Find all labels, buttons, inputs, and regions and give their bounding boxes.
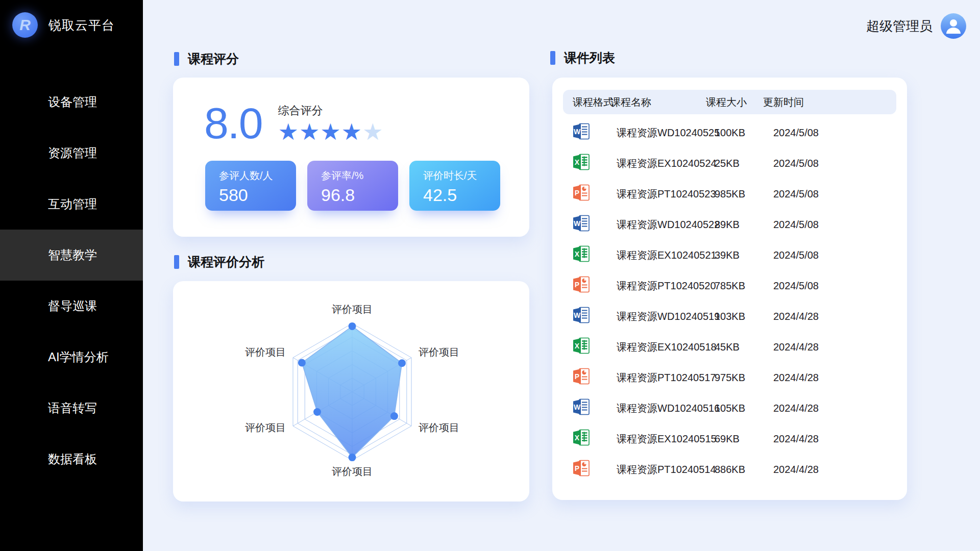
sidebar-item-6[interactable]: AI学情分析 — [0, 332, 143, 383]
sidebar-item-8[interactable]: 数据看板 — [0, 434, 143, 485]
radar-data-point — [298, 359, 306, 367]
update-date-cell: 2024/5/08 — [773, 127, 819, 139]
course-size-cell: 103KB — [715, 311, 745, 322]
course-score-card: 8.0 综合评分 ★★★★★ 参评人数/人580参评率/%96.8评价时长/天4… — [173, 78, 529, 237]
svg-text:X: X — [575, 342, 580, 350]
score-meta: 综合评分 ★★★★★ — [278, 101, 384, 145]
update-date-cell: 2024/5/08 — [773, 219, 819, 231]
table-row[interactable]: P课程资源PT10240514886KB2024/4/28 — [552, 454, 907, 485]
sidebar-item-2[interactable]: 资源管理 — [0, 128, 143, 179]
table-row[interactable]: W课程资源WD10240525100KB2024/5/08 — [552, 117, 907, 148]
stat-value: 580 — [219, 185, 296, 205]
table-row[interactable]: X课程资源EX1024051569KB2024/4/28 — [552, 423, 907, 454]
table-row[interactable]: X课程资源EX1024052425KB2024/5/08 — [552, 148, 907, 179]
radar-chart: 评价项目评价项目评价项目评价项目评价项目评价项目 — [173, 281, 529, 502]
sidebar-item-4[interactable]: 智慧教学 — [0, 230, 143, 281]
table-row[interactable]: P课程资源PT10240523985KB2024/5/08 — [552, 179, 907, 209]
word-file-icon: W — [572, 122, 591, 141]
courseware-list-card: 课程格式 课程名称 课程大小 更新时间 W课程资源WD10240525100KB… — [552, 78, 907, 500]
ppt-file-icon: P — [572, 275, 591, 294]
stat-label: 评价时长/天 — [423, 169, 500, 183]
table-body: W课程资源WD10240525100KB2024/5/08X课程资源EX1024… — [552, 117, 907, 485]
update-date-cell: 2024/4/28 — [773, 403, 819, 414]
svg-text:X: X — [575, 434, 580, 442]
radar-axis-label: 评价项目 — [419, 346, 459, 358]
update-date-cell: 2024/4/28 — [773, 341, 819, 353]
course-size-cell: 105KB — [715, 403, 745, 414]
sidebar-item-5[interactable]: 督导巡课 — [0, 281, 143, 332]
star-icon: ★ — [299, 119, 320, 145]
star-rating: ★★★★★ — [278, 120, 384, 143]
svg-text:X: X — [575, 158, 580, 166]
course-size-cell: 975KB — [715, 372, 745, 384]
stat-box-2: 参评率/%96.8 — [307, 161, 398, 211]
current-user-label: 超级管理员 — [866, 17, 933, 35]
course-name-cell: 课程资源WD10240525 — [617, 126, 720, 140]
word-file-icon: W — [572, 214, 591, 233]
table-row[interactable]: W课程资源WD10240516105KB2024/4/28 — [552, 393, 907, 423]
section-header-analysis: 课程评价分析 — [174, 254, 264, 270]
svg-text:P: P — [575, 372, 579, 381]
file-format-cell: P — [572, 459, 591, 481]
course-name-cell: 课程资源PT10240523 — [617, 187, 716, 201]
score-row: 8.0 综合评分 ★★★★★ — [204, 101, 383, 145]
radar-data-point — [398, 359, 406, 367]
sidebar-item-1[interactable]: 设备管理 — [0, 77, 143, 128]
radar-data-point — [349, 454, 356, 461]
course-name-cell: 课程资源PT10240520 — [617, 279, 716, 293]
radar-data-point — [349, 322, 356, 330]
star-icon: ★ — [278, 119, 299, 145]
radar-data-point — [390, 412, 398, 420]
star-icon: ★ — [320, 119, 341, 145]
file-format-cell: W — [572, 397, 591, 419]
section-header-score: 课程评分 — [174, 51, 239, 67]
svg-text:P: P — [575, 189, 579, 197]
table-row[interactable]: W课程资源WD1024052289KB2024/5/08 — [552, 209, 907, 240]
stat-value: 42.5 — [423, 185, 500, 205]
column-header-name: 课程名称 — [610, 95, 651, 109]
stat-label: 参评人数/人 — [219, 169, 296, 183]
course-name-cell: 课程资源EX10240518 — [617, 340, 717, 354]
update-date-cell: 2024/5/08 — [773, 158, 819, 169]
course-size-cell: 39KB — [715, 249, 740, 261]
course-size-cell: 785KB — [715, 280, 745, 292]
column-header-date: 更新时间 — [763, 95, 804, 109]
course-size-cell: 985KB — [715, 188, 745, 200]
ppt-file-icon: P — [572, 459, 591, 478]
course-name-cell: 课程资源EX10240515 — [617, 432, 717, 446]
sidebar-item-7[interactable]: 语音转写 — [0, 383, 143, 434]
table-row[interactable]: P课程资源PT10240520785KB2024/5/08 — [552, 270, 907, 301]
course-name-cell: 课程资源EX10240524 — [617, 157, 717, 170]
course-size-cell: 89KB — [715, 219, 740, 231]
svg-text:P: P — [575, 281, 579, 289]
user-avatar-icon[interactable] — [941, 13, 966, 39]
word-file-icon: W — [572, 306, 591, 325]
svg-text:P: P — [575, 464, 579, 472]
update-date-cell: 2024/4/28 — [773, 311, 819, 322]
update-date-cell: 2024/5/08 — [773, 249, 819, 261]
radar-data-point — [313, 408, 321, 416]
course-size-cell: 886KB — [715, 464, 745, 475]
svg-text:W: W — [574, 311, 581, 319]
update-date-cell: 2024/4/28 — [773, 372, 819, 384]
sidebar-nav: 设备管理资源管理互动管理智慧教学督导巡课AI学情分析语音转写数据看板 — [0, 77, 143, 485]
file-format-cell: P — [572, 183, 591, 205]
sidebar-item-3[interactable]: 互动管理 — [0, 179, 143, 230]
table-row[interactable]: W课程资源WD10240519103KB2024/4/28 — [552, 301, 907, 332]
table-row[interactable]: P课程资源PT10240517975KB2024/4/28 — [552, 362, 907, 393]
file-format-cell: X — [572, 428, 591, 450]
file-format-cell: W — [572, 306, 591, 328]
radar-axis-label: 评价项目 — [245, 422, 286, 433]
course-analysis-card: 评价项目评价项目评价项目评价项目评价项目评价项目 — [173, 281, 529, 502]
table-row[interactable]: X课程资源EX1024052139KB2024/5/08 — [552, 240, 907, 270]
excel-file-icon: X — [572, 428, 591, 447]
file-format-cell: X — [572, 244, 591, 266]
section-bar-icon — [174, 52, 179, 66]
course-size-cell: 45KB — [715, 341, 740, 353]
table-row[interactable]: X课程资源EX1024051845KB2024/4/28 — [552, 332, 907, 362]
svg-text:X: X — [575, 250, 580, 258]
section-title: 课程评分 — [188, 51, 239, 67]
update-date-cell: 2024/4/28 — [773, 464, 819, 475]
file-format-cell: X — [572, 153, 591, 174]
file-format-cell: W — [572, 122, 591, 144]
